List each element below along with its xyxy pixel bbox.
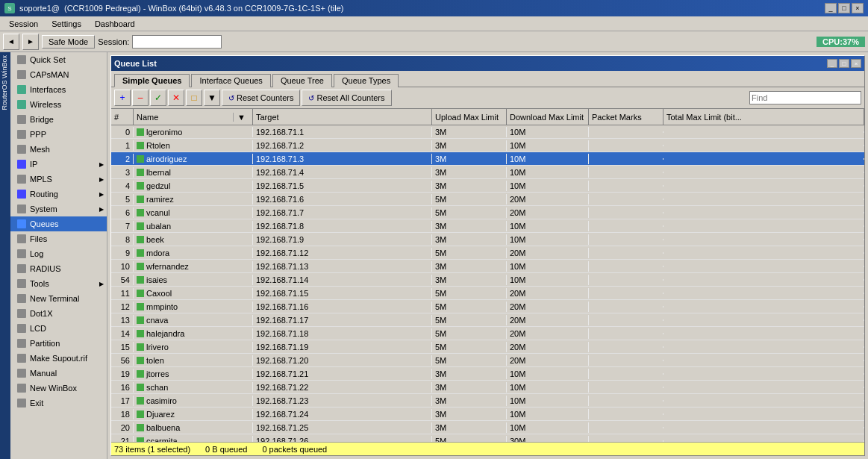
sidebar-item-system[interactable]: System▶	[10, 202, 107, 216]
window-title: (CCR1009 Pedregal) - WinBox (64bit) v6.4…	[64, 4, 343, 13]
remove-button[interactable]: –	[132, 90, 149, 106]
tab-tree[interactable]: Queue Tree	[272, 74, 332, 87]
sidebar-item-make-supout[interactable]: Make Supout.rif	[10, 351, 107, 366]
sidebar-label-tools: Tools	[30, 279, 49, 288]
table-row[interactable]: 5ramirez192.168.71.65M20M	[111, 193, 864, 206]
table-row[interactable]: 9mdora192.168.71.125M20M	[111, 246, 864, 260]
table-row[interactable]: 16schan192.168.71.223M10M	[111, 381, 864, 394]
sidebar-label-manual: Manual	[30, 369, 57, 378]
queue-status-icon	[137, 290, 144, 297]
disable-button[interactable]: ✕	[168, 90, 184, 106]
tab-interface[interactable]: Interface Queues	[191, 74, 270, 87]
copy-button[interactable]: □	[186, 90, 202, 106]
session-input[interactable]	[132, 35, 222, 49]
table-row[interactable]: 6vcanul192.168.71.75M20M	[111, 206, 864, 219]
sidebar-item-wireless[interactable]: Wireless	[10, 97, 107, 112]
sidebar-item-radius[interactable]: RADIUS	[10, 261, 107, 276]
sidebar-item-exit[interactable]: Exit	[10, 396, 107, 410]
table-row[interactable]: 13cnava192.168.71.175M20M	[111, 313, 864, 327]
back-button[interactable]: ◄	[3, 34, 19, 50]
table-row[interactable]: 54isaies192.168.71.143M10M	[111, 273, 864, 287]
sidebar-label-mpls: MPLS	[30, 175, 52, 184]
table-row[interactable]: 17casimiro192.168.71.233M10M	[111, 394, 864, 408]
queue-window-title: Queue List	[114, 59, 157, 68]
col-download[interactable]: Download Max Limit	[507, 109, 589, 125]
minimize-button[interactable]: _	[825, 3, 837, 13]
sidebar-label-mesh: Mesh	[30, 145, 50, 154]
menu-dashboard[interactable]: Dashboard	[89, 18, 141, 30]
enable-button[interactable]: ✓	[150, 90, 166, 106]
table-row[interactable]: 8beek192.168.71.93M10M	[111, 233, 864, 246]
sidebar-icon-tools	[16, 278, 27, 289]
sidebar-item-new-terminal[interactable]: New Terminal	[10, 291, 107, 306]
sidebar-arrow-tools: ▶	[99, 281, 104, 287]
tab-simple[interactable]: Simple Queues	[114, 74, 190, 87]
maximize-button[interactable]: □	[838, 3, 850, 13]
filter-button[interactable]: ▼	[204, 90, 220, 106]
sidebar-label-exit: Exit	[30, 399, 43, 408]
sidebar-item-ppp[interactable]: PPP	[10, 127, 107, 142]
sidebar-icon-ppp	[16, 129, 27, 140]
queue-window-close[interactable]: ×	[851, 59, 861, 68]
table-row[interactable]: 10wfernandez192.168.71.133M10M	[111, 260, 864, 273]
sidebar-item-queues[interactable]: Queues	[10, 216, 107, 231]
sidebar-item-partition[interactable]: Partition	[10, 336, 107, 351]
sidebar-item-dot1x[interactable]: Dot1X	[10, 306, 107, 321]
table-row[interactable]: 2airodriguez192.168.71.33M10M	[111, 152, 864, 166]
table-row[interactable]: 11Caxool192.168.71.155M20M	[111, 287, 864, 300]
table-row[interactable]: 18Djuarez192.168.71.243M10M	[111, 408, 864, 421]
menu-settings[interactable]: Settings	[46, 18, 87, 30]
sidebar-icon-dot1x	[16, 308, 27, 319]
table-row[interactable]: 3lbernal192.168.71.43M10M	[111, 166, 864, 179]
table-row[interactable]: 21ccarmita192.168.71.265M30M	[111, 434, 864, 442]
queue-status-icon	[137, 424, 144, 431]
table-row[interactable]: 4gedzul192.168.71.53M10M	[111, 179, 864, 193]
find-input[interactable]	[749, 91, 861, 104]
queue-window-minimize[interactable]: _	[827, 59, 837, 68]
table-row[interactable]: 19jtorres192.168.71.213M10M	[111, 367, 864, 381]
sidebar-item-files[interactable]: Files	[10, 231, 107, 246]
col-num[interactable]: #	[111, 109, 134, 125]
sidebar-item-log[interactable]: Log	[10, 246, 107, 261]
close-button[interactable]: ×	[852, 3, 864, 13]
tab-types[interactable]: Queue Types	[334, 74, 399, 87]
sidebar-icon-mesh	[16, 144, 27, 154]
sidebar-item-manual[interactable]: Manual	[10, 366, 107, 381]
sidebar-item-ip[interactable]: IP▶	[10, 157, 107, 172]
reset-all-counters-button[interactable]: ↺ Reset All Counters	[302, 90, 391, 106]
col-upload[interactable]: Upload Max Limit	[432, 109, 507, 125]
sidebar-item-routing[interactable]: Routing▶	[10, 187, 107, 202]
sidebar-item-new-winbox[interactable]: New WinBox	[10, 381, 107, 396]
col-name[interactable]: Name ▼	[134, 109, 253, 125]
forward-button[interactable]: ►	[22, 34, 39, 50]
queue-window-maximize[interactable]: □	[839, 59, 849, 68]
reset-counters-button[interactable]: ↺ Reset Counters	[222, 90, 300, 106]
sidebar-item-interfaces[interactable]: Interfaces	[10, 82, 107, 97]
table-row[interactable]: 1Rtolen192.168.71.23M10M	[111, 139, 864, 152]
sidebar-item-mesh[interactable]: Mesh	[10, 142, 107, 157]
menu-session[interactable]: Session	[3, 18, 44, 30]
sidebar-icon-log	[16, 249, 27, 259]
sidebar-item-capsman[interactable]: CAPsMAN	[10, 67, 107, 82]
sidebar-item-lcd[interactable]: LCD	[10, 321, 107, 336]
queue-status-icon	[137, 222, 144, 230]
col-total[interactable]: Total Max Limit (bit...	[664, 109, 864, 125]
table-row[interactable]: 15lrivero192.168.71.195M20M	[111, 340, 864, 354]
table-row[interactable]: 20balbuena192.168.71.253M10M	[111, 421, 864, 434]
safe-mode-button[interactable]: Safe Mode	[42, 35, 95, 49]
sidebar-item-bridge[interactable]: Bridge	[10, 112, 107, 127]
sidebar-item-mpls[interactable]: MPLS▶	[10, 172, 107, 187]
sidebar-item-tools[interactable]: Tools▶	[10, 276, 107, 291]
table-row[interactable]: 14halejandra192.168.71.185M20M	[111, 327, 864, 340]
table-row[interactable]: 56tolen192.168.71.205M20M	[111, 354, 864, 367]
table-row[interactable]: 12mmpinto192.168.71.165M20M	[111, 300, 864, 313]
col-packet[interactable]: Packet Marks	[589, 109, 664, 125]
status-queued: 0 B queued	[205, 445, 247, 454]
sidebar-item-quick-set[interactable]: Quick Set	[10, 52, 107, 67]
add-button[interactable]: +	[114, 90, 131, 106]
sidebar-icon-capsman	[16, 69, 27, 80]
sidebar-label-ppp: PPP	[30, 130, 46, 139]
table-row[interactable]: 7ubalan192.168.71.83M10M	[111, 219, 864, 233]
table-row[interactable]: 0lgeronimo192.168.71.13M10M	[111, 125, 864, 139]
col-target[interactable]: Target	[253, 109, 432, 125]
